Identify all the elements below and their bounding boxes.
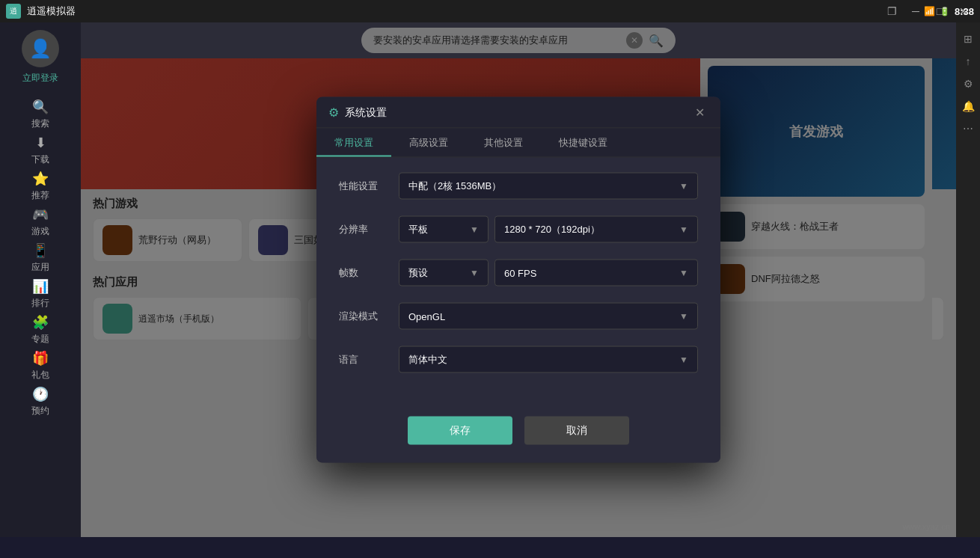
- sidebar-item-download[interactable]: ⬇ 下载: [0, 132, 81, 168]
- minimize-button[interactable]: ─: [905, 4, 926, 19]
- resolution-row: 分辨率 平板 ▼ 1280 * 720（192dpi） ▼: [339, 216, 698, 243]
- fps-row: 帧数 预设 ▼ 60 FPS ▼: [339, 260, 698, 286]
- download-icon: ⬇: [35, 135, 46, 151]
- dialog-close-button[interactable]: ✕: [690, 103, 708, 121]
- search-icon: 🔍: [32, 99, 49, 115]
- tab-other-settings[interactable]: 其他设置: [466, 129, 541, 157]
- system-status-bar: 📶 🔋 8:38: [924, 0, 980, 22]
- sidebar: 👤 立即登录 🔍 搜索 ⬇ 下载 ⭐ 推荐 🎮 游戏 📱 应用 📊 排行 🧩 专…: [0, 22, 81, 537]
- right-icons-bar: ⊞ ↑ ⚙ 🔔 ⋯: [956, 22, 980, 537]
- fps-value-select[interactable]: 60 FPS ▼: [494, 260, 698, 286]
- render-select[interactable]: OpenGL ▼: [399, 303, 698, 330]
- sidebar-item-label: 游戏: [31, 225, 49, 238]
- wifi-icon: 📶: [924, 6, 935, 16]
- resolution-type-select[interactable]: 平板 ▼: [399, 216, 489, 243]
- language-select[interactable]: 简体中文 ▼: [399, 346, 698, 373]
- right-icon-grid[interactable]: ⊞: [958, 28, 979, 49]
- title-bar-left: 逍 逍遥模拟器: [6, 4, 76, 19]
- sidebar-item-label: 下载: [31, 153, 49, 166]
- right-icon-settings[interactable]: ⚙: [958, 73, 979, 94]
- fps-label: 帧数: [339, 266, 399, 280]
- restore-button[interactable]: ❐: [881, 4, 902, 19]
- clock: 8:38: [955, 6, 974, 17]
- dialog-tabs: 常用设置 高级设置 其他设置 快捷键设置: [316, 129, 720, 158]
- fps-group: 预设 ▼ 60 FPS ▼: [399, 260, 698, 286]
- language-label: 语言: [339, 353, 399, 367]
- content-area: 要安装的安卓应用请选择需要安装的安卓应用 ✕ 🔍 BT游戏专 登录送高V 上线送…: [81, 22, 956, 537]
- chevron-down-icon: ▼: [679, 181, 688, 191]
- chevron-down-icon: ▼: [679, 355, 688, 365]
- gear-icon: ⚙: [328, 105, 339, 120]
- main-layout: 👤 立即登录 🔍 搜索 ⬇ 下载 ⭐ 推荐 🎮 游戏 📱 应用 📊 排行 🧩 专…: [0, 22, 980, 537]
- dialog-content: 性能设置 中配（2核 1536MB） ▼ 分辨率 平板 ▼: [316, 158, 720, 405]
- save-button[interactable]: 保存: [408, 417, 512, 445]
- right-icon-bell[interactable]: 🔔: [958, 96, 979, 117]
- sidebar-item-topics[interactable]: 🧩 专题: [0, 312, 81, 348]
- star-icon: ⭐: [32, 171, 49, 187]
- resolution-value-select[interactable]: 1280 * 720（192dpi） ▼: [494, 216, 698, 243]
- dialog-footer: 保存 取消: [316, 405, 720, 463]
- language-row: 语言 简体中文 ▼: [339, 346, 698, 373]
- app-logo: 逍: [6, 4, 21, 19]
- chevron-down-icon: ▼: [470, 224, 479, 235]
- fps-preset-select[interactable]: 预设 ▼: [399, 260, 489, 286]
- battery-icon: 🔋: [940, 7, 950, 16]
- settings-dialog: ⚙ 系统设置 ✕ 常用设置 高级设置 其他设置 快捷键设置: [316, 97, 720, 463]
- dialog-header: ⚙ 系统设置 ✕: [316, 97, 720, 129]
- sidebar-item-recommend[interactable]: ⭐ 推荐: [0, 168, 81, 204]
- right-icon-more[interactable]: ⋯: [958, 118, 979, 139]
- sidebar-item-label: 搜索: [31, 117, 49, 130]
- tab-shortcut-settings[interactable]: 快捷键设置: [541, 129, 625, 157]
- chevron-down-icon: ▼: [470, 268, 479, 278]
- topics-icon: 🧩: [32, 314, 49, 331]
- sidebar-item-label: 礼包: [31, 369, 49, 381]
- sidebar-item-label: 推荐: [31, 189, 49, 202]
- performance-row: 性能设置 中配（2核 1536MB） ▼: [339, 173, 698, 200]
- game-icon: 🎮: [32, 206, 49, 223]
- chevron-down-icon: ▼: [679, 224, 688, 235]
- sidebar-item-search[interactable]: 🔍 搜索: [0, 96, 81, 132]
- dialog-title-row: ⚙ 系统设置: [328, 105, 387, 120]
- sidebar-item-games[interactable]: 🎮 游戏: [0, 204, 81, 240]
- sidebar-item-ranking[interactable]: 📊 排行: [0, 276, 81, 312]
- chevron-down-icon: ▼: [679, 311, 688, 322]
- app-title: 逍遥模拟器: [27, 4, 76, 18]
- clock-icon: 🕐: [32, 386, 49, 402]
- sidebar-item-label: 排行: [31, 297, 49, 310]
- sidebar-item-label: 专题: [31, 333, 49, 346]
- tab-common-settings[interactable]: 常用设置: [316, 129, 391, 157]
- ranking-icon: 📊: [32, 278, 49, 295]
- gift-icon: 🎁: [32, 350, 49, 367]
- performance-label: 性能设置: [339, 180, 399, 193]
- sidebar-item-reserve[interactable]: 🕐 预约: [0, 384, 81, 420]
- cancel-button[interactable]: 取消: [524, 417, 629, 445]
- resolution-group: 平板 ▼ 1280 * 720（192dpi） ▼: [399, 216, 698, 243]
- sidebar-item-label: 预约: [31, 405, 49, 417]
- sidebar-item-gifts[interactable]: 🎁 礼包: [0, 348, 81, 384]
- login-button[interactable]: 立即登录: [22, 72, 58, 85]
- avatar: 👤: [22, 30, 59, 67]
- render-row: 渲染模式 OpenGL ▼: [339, 303, 698, 330]
- performance-select[interactable]: 中配（2核 1536MB） ▼: [399, 173, 698, 200]
- title-bar: 逍 逍遥模拟器 ❐ ─ □ ✕: [0, 0, 980, 22]
- sidebar-item-apps[interactable]: 📱 应用: [0, 240, 81, 276]
- render-label: 渲染模式: [339, 310, 399, 323]
- tab-advanced-settings[interactable]: 高级设置: [391, 129, 466, 157]
- chevron-down-icon: ▼: [679, 268, 688, 278]
- right-icon-up[interactable]: ↑: [958, 51, 979, 72]
- resolution-label: 分辨率: [339, 223, 399, 236]
- dialog-title: 系统设置: [345, 105, 387, 119]
- sidebar-item-label: 应用: [31, 261, 49, 274]
- app-icon: 📱: [32, 242, 49, 259]
